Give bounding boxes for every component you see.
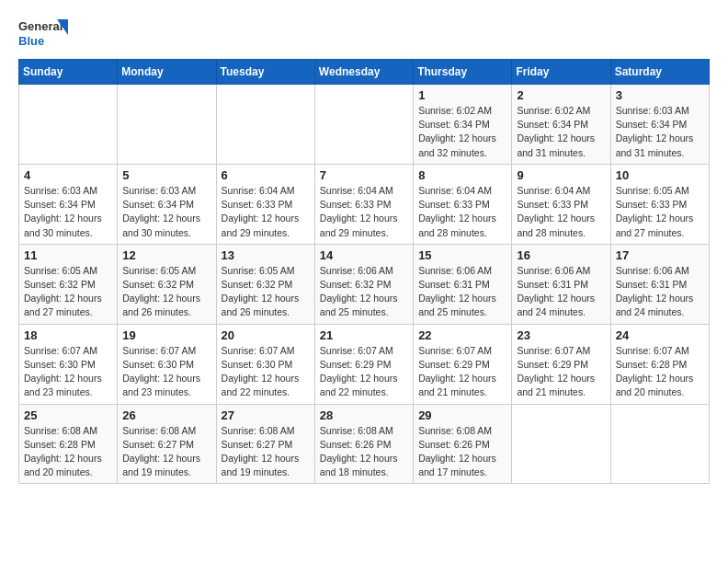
day-cell: 6Sunrise: 6:04 AM Sunset: 6:33 PM Daylig… (216, 164, 314, 244)
day-number: 14 (320, 248, 408, 262)
day-detail: Sunrise: 6:08 AM Sunset: 6:26 PM Dayligh… (418, 425, 496, 478)
day-cell (19, 85, 118, 165)
day-detail: Sunrise: 6:03 AM Sunset: 6:34 PM Dayligh… (122, 185, 200, 238)
day-number: 12 (122, 248, 210, 262)
day-number: 15 (418, 248, 506, 262)
day-detail: Sunrise: 6:04 AM Sunset: 6:33 PM Dayligh… (517, 185, 595, 238)
day-cell: 21Sunrise: 6:07 AM Sunset: 6:29 PM Dayli… (314, 324, 413, 404)
day-number: 16 (517, 248, 605, 262)
day-number: 24 (616, 328, 704, 342)
day-detail: Sunrise: 6:07 AM Sunset: 6:29 PM Dayligh… (320, 345, 398, 398)
day-number: 8 (418, 168, 506, 182)
day-cell: 10Sunrise: 6:05 AM Sunset: 6:33 PM Dayli… (610, 164, 709, 244)
day-number: 1 (418, 88, 506, 102)
day-detail: Sunrise: 6:07 AM Sunset: 6:28 PM Dayligh… (616, 345, 694, 398)
day-detail: Sunrise: 6:04 AM Sunset: 6:33 PM Dayligh… (320, 185, 398, 238)
day-cell: 20Sunrise: 6:07 AM Sunset: 6:30 PM Dayli… (216, 324, 314, 404)
day-detail: Sunrise: 6:07 AM Sunset: 6:29 PM Dayligh… (517, 345, 595, 398)
day-number: 11 (24, 248, 112, 262)
day-number: 4 (24, 168, 112, 182)
day-number: 26 (122, 408, 210, 422)
day-number: 22 (418, 328, 506, 342)
day-number: 20 (222, 328, 310, 342)
svg-text:Blue: Blue (18, 34, 44, 48)
day-cell (216, 85, 314, 165)
day-cell: 1Sunrise: 6:02 AM Sunset: 6:34 PM Daylig… (414, 85, 512, 165)
day-cell (512, 404, 610, 484)
day-cell: 17Sunrise: 6:06 AM Sunset: 6:31 PM Dayli… (610, 244, 709, 324)
day-detail: Sunrise: 6:08 AM Sunset: 6:26 PM Dayligh… (320, 425, 398, 478)
day-detail: Sunrise: 6:06 AM Sunset: 6:31 PM Dayligh… (517, 265, 595, 318)
day-detail: Sunrise: 6:08 AM Sunset: 6:27 PM Dayligh… (222, 425, 300, 478)
header: GeneralBlue (18, 15, 710, 52)
logo: GeneralBlue (18, 15, 70, 52)
day-cell: 5Sunrise: 6:03 AM Sunset: 6:34 PM Daylig… (118, 164, 216, 244)
header-row: SundayMondayTuesdayWednesdayThursdayFrid… (19, 60, 710, 85)
day-cell: 13Sunrise: 6:05 AM Sunset: 6:32 PM Dayli… (216, 244, 314, 324)
day-number: 2 (517, 88, 605, 102)
col-header-wednesday: Wednesday (314, 60, 413, 85)
col-header-tuesday: Tuesday (216, 60, 314, 85)
day-cell: 15Sunrise: 6:06 AM Sunset: 6:31 PM Dayli… (414, 244, 512, 324)
day-number: 18 (24, 328, 112, 342)
col-header-sunday: Sunday (19, 60, 118, 85)
day-cell: 16Sunrise: 6:06 AM Sunset: 6:31 PM Dayli… (512, 244, 610, 324)
day-detail: Sunrise: 6:07 AM Sunset: 6:30 PM Dayligh… (122, 345, 200, 398)
calendar-header: SundayMondayTuesdayWednesdayThursdayFrid… (19, 60, 710, 85)
col-header-saturday: Saturday (610, 60, 709, 85)
day-cell: 19Sunrise: 6:07 AM Sunset: 6:30 PM Dayli… (118, 324, 216, 404)
day-detail: Sunrise: 6:04 AM Sunset: 6:33 PM Dayligh… (222, 185, 300, 238)
day-cell: 24Sunrise: 6:07 AM Sunset: 6:28 PM Dayli… (610, 324, 709, 404)
day-cell: 2Sunrise: 6:02 AM Sunset: 6:34 PM Daylig… (512, 85, 610, 165)
day-number: 27 (222, 408, 310, 422)
day-cell: 8Sunrise: 6:04 AM Sunset: 6:33 PM Daylig… (414, 164, 512, 244)
calendar-body: 1Sunrise: 6:02 AM Sunset: 6:34 PM Daylig… (19, 85, 710, 484)
day-cell: 3Sunrise: 6:03 AM Sunset: 6:34 PM Daylig… (610, 85, 709, 165)
day-detail: Sunrise: 6:03 AM Sunset: 6:34 PM Dayligh… (24, 185, 102, 238)
day-cell: 9Sunrise: 6:04 AM Sunset: 6:33 PM Daylig… (512, 164, 610, 244)
day-number: 13 (222, 248, 310, 262)
day-number: 9 (517, 168, 605, 182)
day-detail: Sunrise: 6:03 AM Sunset: 6:34 PM Dayligh… (616, 105, 694, 158)
day-cell: 14Sunrise: 6:06 AM Sunset: 6:32 PM Dayli… (314, 244, 413, 324)
day-number: 25 (24, 408, 112, 422)
day-cell: 4Sunrise: 6:03 AM Sunset: 6:34 PM Daylig… (19, 164, 118, 244)
week-row-5: 25Sunrise: 6:08 AM Sunset: 6:28 PM Dayli… (19, 404, 710, 484)
calendar-table: SundayMondayTuesdayWednesdayThursdayFrid… (18, 59, 710, 484)
day-detail: Sunrise: 6:06 AM Sunset: 6:32 PM Dayligh… (320, 265, 398, 318)
day-detail: Sunrise: 6:05 AM Sunset: 6:32 PM Dayligh… (222, 265, 300, 318)
day-number: 19 (122, 328, 210, 342)
day-cell: 29Sunrise: 6:08 AM Sunset: 6:26 PM Dayli… (414, 404, 512, 484)
week-row-3: 11Sunrise: 6:05 AM Sunset: 6:32 PM Dayli… (19, 244, 710, 324)
day-detail: Sunrise: 6:05 AM Sunset: 6:32 PM Dayligh… (122, 265, 200, 318)
day-detail: Sunrise: 6:02 AM Sunset: 6:34 PM Dayligh… (418, 105, 496, 158)
day-detail: Sunrise: 6:06 AM Sunset: 6:31 PM Dayligh… (418, 265, 496, 318)
day-cell: 18Sunrise: 6:07 AM Sunset: 6:30 PM Dayli… (19, 324, 118, 404)
day-cell: 28Sunrise: 6:08 AM Sunset: 6:26 PM Dayli… (314, 404, 413, 484)
day-number: 29 (418, 408, 506, 422)
day-detail: Sunrise: 6:07 AM Sunset: 6:30 PM Dayligh… (222, 345, 300, 398)
day-number: 5 (122, 168, 210, 182)
col-header-friday: Friday (512, 60, 610, 85)
day-cell (610, 404, 709, 484)
day-cell: 26Sunrise: 6:08 AM Sunset: 6:27 PM Dayli… (118, 404, 216, 484)
day-number: 23 (517, 328, 605, 342)
col-header-thursday: Thursday (414, 60, 512, 85)
day-cell: 27Sunrise: 6:08 AM Sunset: 6:27 PM Dayli… (216, 404, 314, 484)
day-cell: 25Sunrise: 6:08 AM Sunset: 6:28 PM Dayli… (19, 404, 118, 484)
day-cell: 22Sunrise: 6:07 AM Sunset: 6:29 PM Dayli… (414, 324, 512, 404)
svg-text:General: General (18, 19, 63, 33)
week-row-2: 4Sunrise: 6:03 AM Sunset: 6:34 PM Daylig… (19, 164, 710, 244)
day-cell (314, 85, 413, 165)
day-number: 6 (222, 168, 310, 182)
day-cell: 12Sunrise: 6:05 AM Sunset: 6:32 PM Dayli… (118, 244, 216, 324)
day-detail: Sunrise: 6:05 AM Sunset: 6:33 PM Dayligh… (616, 185, 694, 238)
col-header-monday: Monday (118, 60, 216, 85)
week-row-4: 18Sunrise: 6:07 AM Sunset: 6:30 PM Dayli… (19, 324, 710, 404)
day-detail: Sunrise: 6:06 AM Sunset: 6:31 PM Dayligh… (616, 265, 694, 318)
day-number: 28 (320, 408, 408, 422)
day-detail: Sunrise: 6:07 AM Sunset: 6:29 PM Dayligh… (418, 345, 496, 398)
day-detail: Sunrise: 6:02 AM Sunset: 6:34 PM Dayligh… (517, 105, 595, 158)
day-detail: Sunrise: 6:08 AM Sunset: 6:28 PM Dayligh… (24, 425, 102, 478)
day-detail: Sunrise: 6:04 AM Sunset: 6:33 PM Dayligh… (418, 185, 496, 238)
